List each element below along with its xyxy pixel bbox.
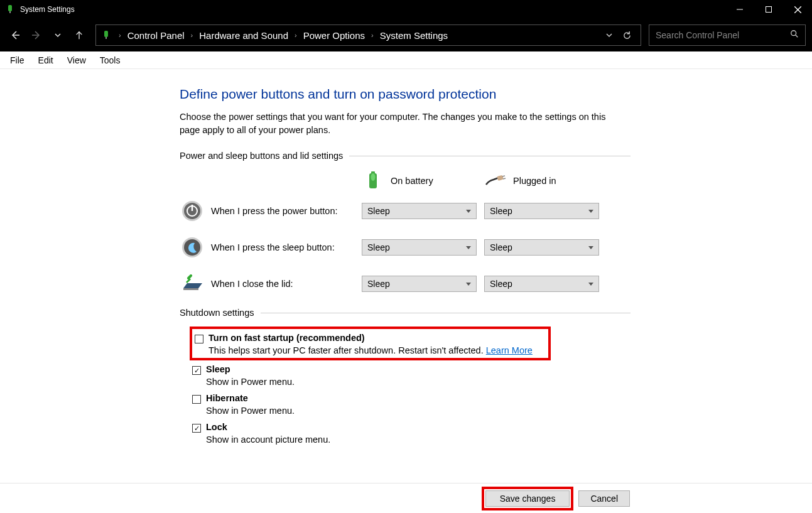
chevron-right-icon[interactable]: › <box>291 31 301 39</box>
battery-icon <box>362 170 384 192</box>
cancel-button[interactable]: Cancel <box>578 490 630 507</box>
app-icon <box>5 4 15 14</box>
sleep-checkbox[interactable]: ✓ <box>192 366 201 375</box>
forward-button[interactable] <box>28 26 45 44</box>
fast-startup-label: Turn on fast startup (recommended) <box>208 333 365 343</box>
learn-more-link[interactable]: Learn More <box>486 345 533 355</box>
svg-line-12 <box>796 35 798 38</box>
sleep-button-battery-select[interactable]: Sleep <box>362 239 477 256</box>
refresh-button[interactable] <box>618 31 636 40</box>
search-icon[interactable] <box>790 30 799 41</box>
titlebar: System Settings <box>0 0 812 19</box>
svg-point-11 <box>791 31 796 36</box>
svg-point-15 <box>371 173 376 181</box>
footer-buttons: Save changes Cancel <box>0 483 812 513</box>
content-area: Define power buttons and turn on passwor… <box>0 69 631 445</box>
chevron-right-icon[interactable]: › <box>115 31 125 39</box>
menu-file[interactable]: File <box>4 54 31 67</box>
svg-rect-0 <box>8 5 12 11</box>
window-title: System Settings <box>20 5 75 14</box>
hibernate-label: Hibernate <box>206 393 248 403</box>
sleep-label: Sleep <box>206 364 230 374</box>
sleep-desc: Show in Power menu. <box>206 377 631 387</box>
power-button-label: When I press the power button: <box>211 206 362 216</box>
lock-desc: Show in account picture menu. <box>206 435 631 445</box>
menu-bar: File Edit View Tools <box>0 51 812 69</box>
close-lid-plugged-select[interactable]: Sleep <box>484 276 599 292</box>
menu-tools[interactable]: Tools <box>94 54 127 67</box>
menu-edit[interactable]: Edit <box>32 54 60 67</box>
close-button[interactable] <box>783 0 812 19</box>
lock-label: Lock <box>206 422 227 432</box>
fast-startup-highlight: Turn on fast startup (recommended) This … <box>190 327 551 360</box>
column-header-battery: On battery <box>362 170 484 192</box>
svg-rect-10 <box>106 37 107 39</box>
breadcrumb-item[interactable]: Power Options <box>301 30 367 41</box>
up-button[interactable] <box>70 26 88 44</box>
svg-line-18 <box>503 178 506 179</box>
chevron-right-icon[interactable]: › <box>187 31 197 39</box>
location-icon <box>101 30 111 40</box>
breadcrumb-item[interactable]: Control Panel <box>125 30 187 41</box>
page-description: Choose the power settings that you want … <box>180 111 607 137</box>
power-button-icon <box>180 198 205 224</box>
search-box[interactable] <box>649 24 806 46</box>
close-lid-label: When I close the lid: <box>211 279 362 289</box>
search-input[interactable] <box>656 30 790 40</box>
section-heading-shutdown: Shutdown settings <box>180 308 631 318</box>
back-button[interactable] <box>6 26 24 44</box>
laptop-lid-icon <box>180 271 205 296</box>
svg-rect-1 <box>9 11 11 13</box>
chevron-right-icon[interactable]: › <box>367 31 377 39</box>
address-dropdown-button[interactable] <box>600 32 618 38</box>
page-title: Define power buttons and turn on passwor… <box>180 87 631 102</box>
save-changes-button[interactable]: Save changes <box>485 490 570 507</box>
menu-view[interactable]: View <box>61 54 92 67</box>
section-heading-power-buttons: Power and sleep buttons and lid settings <box>180 151 631 161</box>
address-bar[interactable]: › Control Panel › Hardware and Sound › P… <box>95 24 641 46</box>
svg-line-17 <box>502 176 505 176</box>
sleep-button-icon <box>180 235 205 260</box>
fast-startup-desc: This helps start your PC faster after sh… <box>208 345 546 355</box>
minimize-button[interactable] <box>725 0 754 19</box>
svg-rect-9 <box>104 31 108 37</box>
sleep-button-plugged-select[interactable]: Sleep <box>484 239 599 256</box>
plug-icon <box>484 170 507 192</box>
lock-checkbox[interactable]: ✓ <box>192 424 201 433</box>
navigation-bar: › Control Panel › Hardware and Sound › P… <box>0 19 812 51</box>
setting-row-close-lid: When I close the lid: Sleep Sleep <box>180 271 631 296</box>
breadcrumb-item[interactable]: Hardware and Sound <box>197 30 291 41</box>
close-lid-battery-select[interactable]: Sleep <box>362 276 477 292</box>
setting-row-power-button: When I press the power button: Sleep Sle… <box>180 198 631 224</box>
power-button-battery-select[interactable]: Sleep <box>362 203 477 219</box>
breadcrumb-item[interactable]: System Settings <box>377 30 450 41</box>
maximize-button[interactable] <box>754 0 783 19</box>
sleep-button-label: When I press the sleep button: <box>211 242 362 252</box>
hibernate-desc: Show in Power menu. <box>206 406 631 416</box>
fast-startup-checkbox[interactable] <box>195 335 203 343</box>
recent-locations-button[interactable] <box>49 26 67 44</box>
setting-row-sleep-button: When I press the sleep button: Sleep Sle… <box>180 235 631 260</box>
svg-rect-3 <box>766 7 772 13</box>
power-button-plugged-select[interactable]: Sleep <box>484 203 599 219</box>
column-headers: On battery Plugged in <box>362 170 631 192</box>
hibernate-checkbox[interactable] <box>192 395 201 404</box>
column-header-plugged: Plugged in <box>484 170 607 192</box>
